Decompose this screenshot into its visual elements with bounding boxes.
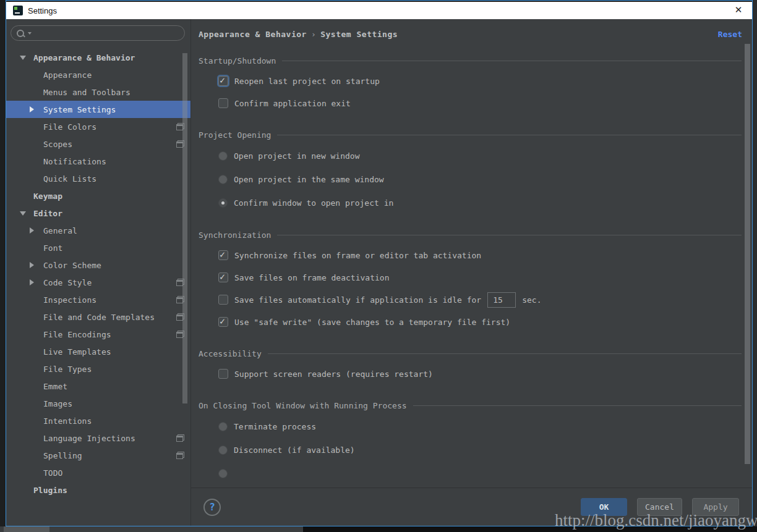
sidebar-item-live-templates[interactable]: Live Templates (6, 343, 190, 360)
sidebar-item-intentions[interactable]: Intentions (6, 412, 190, 429)
sidebar-item-label: Emmet (43, 382, 67, 391)
reset-link[interactable]: Reset (718, 30, 742, 39)
option-label[interactable]: Synchronize files on frame or editor tab… (234, 251, 481, 260)
sidebar-item-editor[interactable]: Editor (6, 205, 190, 222)
chevron-down-icon[interactable] (20, 211, 26, 216)
radio-button[interactable] (218, 198, 228, 208)
sidebar-item-label: Inspections (43, 295, 96, 305)
checkbox-row-confirm-application-exit: Confirm application exit (218, 92, 752, 114)
sidebar-item-label: Keymap (33, 192, 62, 201)
radio-row-confirm-window-to-open-project-in: Confirm window to open project in (218, 191, 752, 214)
checkbox[interactable] (218, 250, 228, 260)
option-label[interactable]: Terminate process (234, 422, 316, 431)
cancel-button[interactable]: Cancel (637, 498, 682, 516)
sidebar-item-system-settings[interactable]: System Settings (6, 101, 190, 118)
option-label[interactable]: Support screen readers (requires restart… (234, 369, 433, 379)
radio-button[interactable] (218, 469, 228, 478)
checkbox[interactable] (218, 76, 228, 86)
idle-seconds-input[interactable] (487, 292, 516, 308)
option-label[interactable]: Reopen last project on startup (234, 77, 380, 86)
chevron-right-icon[interactable] (30, 106, 34, 112)
sidebar-item-scopes[interactable]: Scopes (6, 135, 190, 153)
sidebar-item-notifications[interactable]: Notifications (6, 153, 190, 170)
sidebar-item-file-and-code-templates[interactable]: File and Code Templates (6, 308, 190, 326)
sidebar-item-inspections[interactable]: Inspections (6, 291, 190, 308)
section-header: Synchronization (199, 227, 752, 239)
option-label[interactable]: Confirm window to open project in (234, 198, 393, 208)
search-input[interactable] (11, 25, 185, 41)
option-label[interactable]: Save files automatically if application … (234, 295, 481, 305)
sidebar-item-label: Appearance (43, 70, 92, 80)
checkbox[interactable] (218, 272, 228, 282)
chevron-right-icon[interactable] (30, 279, 34, 285)
sidebar-item-general[interactable]: General (6, 222, 190, 239)
radio-button[interactable] (218, 175, 228, 184)
settings-dialog: Settings ✕ Appearance & BehaviorAppearan… (6, 0, 753, 526)
checkbox[interactable] (218, 98, 228, 108)
option-label[interactable]: Use "safe write" (save changes to a temp… (234, 318, 510, 327)
sidebar-item-emmet[interactable]: Emmet (6, 378, 190, 395)
radio-button[interactable] (218, 422, 228, 431)
radio-button[interactable] (218, 151, 228, 161)
radio-row-terminate-process: Terminate process (218, 415, 752, 438)
sidebar-item-menus-and-toolbars[interactable]: Menus and Toolbars (6, 83, 190, 101)
sidebar-item-spelling[interactable]: Spelling (6, 447, 190, 464)
sidebar-item-file-colors[interactable]: File Colors (6, 118, 190, 135)
sidebar-item-label: Quick Lists (43, 174, 96, 184)
sidebar-item-label: Plugins (33, 486, 67, 495)
section-accessibility: AccessibilitySupport screen readers (req… (199, 345, 752, 385)
checkbox[interactable] (218, 369, 228, 379)
section-divider (277, 235, 742, 235)
sidebar-item-file-encodings[interactable]: File Encodings (6, 326, 190, 343)
sidebar-item-label: Color Scheme (43, 261, 101, 270)
close-icon[interactable]: ✕ (729, 2, 748, 18)
sidebar-item-plugins[interactable]: Plugins (6, 481, 190, 499)
section-divider (413, 405, 742, 406)
section-divider (282, 61, 742, 61)
sidebar-item-label: Images (43, 399, 72, 408)
sidebar-item-code-style[interactable]: Code Style (6, 274, 190, 291)
sidebar-item-label: System Settings (43, 105, 116, 114)
option-label[interactable]: Save files on frame deactivation (234, 273, 389, 282)
option-label[interactable]: Confirm application exit (234, 99, 351, 108)
sidebar-item-label: Font (43, 243, 62, 253)
sidebar-item-appearance-behavior[interactable]: Appearance & Behavior (6, 49, 190, 66)
checkbox-row-use-safe-write-save-changes-to-a-temporary-file-first: Use "safe write" (save changes to a temp… (218, 311, 752, 333)
radio-button[interactable] (218, 445, 228, 455)
checkbox[interactable] (218, 295, 228, 305)
radio-row-partial (218, 462, 752, 485)
section-title-label: On Closing Tool Window with Running Proc… (199, 401, 407, 410)
chevron-right-icon[interactable] (30, 227, 34, 234)
sidebar-item-todo[interactable]: TODO (6, 464, 190, 481)
sidebar-item-label: File Encodings (43, 330, 111, 339)
breadcrumb-current: System Settings (320, 30, 398, 39)
sidebar-item-file-types[interactable]: File Types (6, 360, 190, 378)
sidebar-item-font[interactable]: Font (6, 239, 190, 256)
breadcrumb-parent[interactable]: Appearance & Behavior (199, 30, 307, 39)
sidebar-item-appearance[interactable]: Appearance (6, 66, 190, 83)
radio-row-open-project-in-new-window: Open project in new window (218, 144, 752, 167)
apply-button[interactable]: Apply (692, 498, 739, 516)
option-label[interactable]: Disconnect (if available) (234, 445, 355, 455)
chevron-right-icon[interactable] (30, 262, 34, 268)
checkbox[interactable] (218, 317, 228, 327)
background-left-strip (0, 0, 6, 532)
title-bar[interactable]: Settings ✕ (6, 1, 752, 19)
search-options-caret-icon[interactable] (28, 32, 32, 35)
help-button[interactable]: ? (203, 499, 221, 516)
dialog-footer: ? OK Cancel Apply (191, 488, 752, 526)
content-scrollbar-thumb[interactable] (745, 44, 750, 464)
sidebar-item-quick-lists[interactable]: Quick Lists (6, 170, 190, 187)
option-label[interactable]: Open project in the same window (234, 175, 384, 184)
ok-button[interactable]: OK (581, 498, 627, 516)
sidebar-item-color-scheme[interactable]: Color Scheme (6, 256, 190, 274)
chevron-down-icon[interactable] (20, 56, 26, 60)
sidebar-item-language-injections[interactable]: Language Injections (6, 429, 190, 447)
sidebar-item-label: File Types (43, 365, 92, 374)
sidebar-item-label: Scopes (43, 140, 72, 149)
background-scrollbar-segment (4, 526, 49, 532)
sidebar-item-keymap[interactable]: Keymap (6, 187, 190, 205)
option-label[interactable]: Open project in new window (234, 151, 360, 161)
sidebar-scrollbar-thumb[interactable] (182, 53, 187, 403)
sidebar-item-images[interactable]: Images (6, 395, 190, 412)
